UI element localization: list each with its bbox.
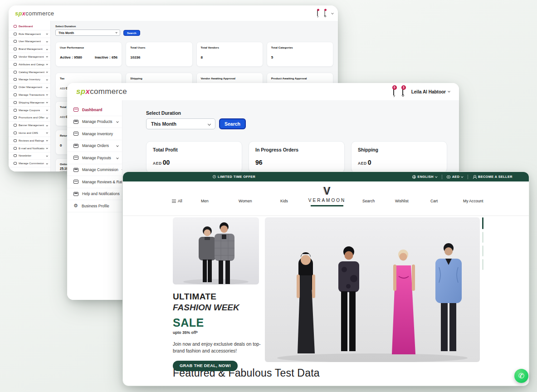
chevron-down-icon: [208, 122, 211, 125]
sidebar-item-business-profile[interactable]: ⚙Business Profile: [67, 200, 122, 212]
dashboard-icon: [14, 25, 17, 28]
chevron-down-icon: [46, 63, 48, 65]
grab-deal-button[interactable]: GRAB THE DEAL, NOW!: [173, 361, 238, 371]
notifications-bell-icon[interactable]: 3: [402, 88, 403, 96]
sidebar-item-manage-coupons[interactable]: Manage Coupons: [9, 107, 50, 114]
users-icon: [14, 40, 17, 43]
user-menu[interactable]: Leila Al Habtoor: [411, 89, 450, 94]
admin-sidebar: Dashboard Role Management User Managemen…: [9, 21, 51, 172]
banner-icon: [14, 124, 17, 127]
hero-carousel-indicators[interactable]: [482, 217, 483, 270]
chevron-down-icon: [46, 40, 48, 43]
inventory-icon: [14, 78, 17, 81]
notifications-badge: [324, 9, 327, 11]
sidebar-item-shipping-management[interactable]: Shipping Management: [9, 99, 50, 107]
messages-icon[interactable]: [317, 10, 318, 16]
sidebar-item-brand-management[interactable]: Brand Management: [9, 45, 50, 53]
brand-icon: [14, 48, 17, 50]
sidebar-item-user-management[interactable]: User Management: [9, 38, 50, 46]
sidebar-item-order-management[interactable]: Order Management: [9, 83, 50, 91]
catalog-icon: [14, 71, 17, 74]
hero-section: ULTIMATE FASHION WEEK SALE upto 35% off*…: [123, 216, 529, 363]
whatsapp-button[interactable]: ✆: [514, 369, 528, 383]
spx-commerce-logo[interactable]: spxcommerce: [76, 87, 127, 96]
whatsapp-phone-icon: ✆: [518, 372, 524, 380]
chevron-down-icon: [46, 117, 48, 119]
chevron-down-icon: [46, 162, 48, 165]
carousel-dash[interactable]: [482, 232, 483, 243]
veramoon-logo[interactable]: V VERAMOON: [308, 186, 346, 206]
cms-icon: [14, 132, 17, 134]
inactive-users-value: Inactive : 656: [95, 55, 117, 59]
sidebar-item-attributes-categories[interactable]: Attributes and Categories: [9, 61, 50, 69]
become-a-seller-link[interactable]: BECOME A SELLER: [468, 175, 517, 179]
chevron-down-icon[interactable]: [331, 12, 334, 15]
sidebar-item-catalog-management[interactable]: Catalog Management: [9, 69, 50, 76]
sidebar-item-help-notifications[interactable]: Help and Notifications: [67, 188, 122, 201]
sidebar-item-dashboard[interactable]: Dashboard: [9, 23, 50, 30]
chevron-down-icon: [46, 71, 48, 73]
nav-all-menu[interactable]: All: [172, 199, 182, 203]
payouts-icon: [73, 156, 78, 160]
sidebar-item-manage-transactions[interactable]: Manage Transactions: [9, 91, 50, 99]
commission-icon: [73, 168, 78, 172]
messages-badge: [317, 9, 319, 11]
messages-icon[interactable]: 0: [393, 88, 394, 96]
search-button[interactable]: Search: [219, 118, 246, 129]
sidebar-item-email-notifications[interactable]: E-mail and Notifications: [9, 145, 50, 152]
carousel-dash-active[interactable]: [482, 217, 483, 229]
select-duration-label: Select Duration: [146, 110, 459, 116]
nav-my-account[interactable]: My Account: [463, 199, 483, 203]
search-button[interactable]: Search: [123, 30, 140, 36]
admin-header: spxcommerce: [9, 5, 338, 21]
chevron-down-icon: [46, 86, 48, 88]
nav-kids[interactable]: Kids: [280, 199, 288, 203]
sidebar-item-manage-commission[interactable]: Manage Commission: [9, 160, 50, 167]
sidebar-item-vendor-management[interactable]: Vendor Management: [9, 53, 50, 61]
chevron-down-icon: [435, 175, 437, 177]
sidebar-item-manage-inventory[interactable]: Manage Inventory: [9, 76, 50, 84]
card-in-progress-orders: In Progress Orders 96: [249, 141, 345, 173]
store-nav: All Men Women Kids V VERAMOON Search Wis…: [123, 181, 529, 216]
language-selector[interactable]: ENGLISH: [408, 175, 442, 179]
sidebar-item-manage-payouts[interactable]: Manage Payouts: [67, 152, 122, 164]
hero-description: Join now and enjoy exclusive deals on to…: [173, 341, 264, 355]
sidebar-item-reviews-ratings[interactable]: Reviews and Ratings: [9, 137, 50, 145]
duration-select[interactable]: This Month: [146, 118, 215, 129]
spx-commerce-logo[interactable]: spxcommerce: [15, 10, 54, 17]
transactions-icon: [14, 93, 17, 96]
sidebar-item-promotions-offers[interactable]: Promotions and Offers: [9, 114, 50, 122]
sidebar-item-newsletter[interactable]: Newsletter: [9, 152, 50, 160]
logo-underline: [311, 205, 343, 206]
currency-icon: [447, 176, 450, 178]
duration-select[interactable]: This Month: [55, 29, 120, 36]
sidebar-item-home-cms[interactable]: Home and CMS: [9, 129, 50, 137]
orders-icon: [14, 86, 17, 88]
chevron-down-icon: [46, 132, 48, 134]
nav-men[interactable]: Men: [201, 199, 209, 203]
sidebar-item-manage-products[interactable]: Manage Products: [67, 116, 122, 128]
chevron-down-icon: [46, 94, 48, 96]
newsletter-icon: [14, 154, 17, 157]
coupons-icon: [14, 109, 17, 112]
shipping-icon: [14, 101, 17, 104]
sidebar-item-dashboard[interactable]: Dashboard: [67, 104, 122, 116]
nav-cart[interactable]: Cart: [430, 199, 438, 203]
chevron-down-icon: [116, 157, 119, 159]
nav-wishlist[interactable]: Wishlist: [395, 199, 409, 203]
sidebar-item-banner-management[interactable]: Banner Management: [9, 122, 50, 129]
sidebar-item-manage-orders[interactable]: Manage Orders: [67, 140, 122, 152]
carousel-dash[interactable]: [482, 245, 483, 256]
products-icon: [73, 120, 78, 124]
sidebar-item-manage-commission[interactable]: Manage Commission: [67, 164, 122, 176]
nav-search[interactable]: Search: [362, 199, 375, 203]
chevron-down-icon: [46, 56, 48, 58]
nav-women[interactable]: Women: [239, 199, 252, 203]
sidebar-item-role-management[interactable]: Role Management: [9, 30, 50, 38]
sidebar-item-manage-reviews-ratings[interactable]: Manage Reviews & Ratings: [67, 176, 122, 188]
carousel-dash[interactable]: [482, 259, 483, 270]
currency-selector[interactable]: AED: [442, 175, 468, 179]
notifications-bell-icon[interactable]: [324, 10, 325, 16]
chevron-down-icon: [461, 175, 464, 177]
sidebar-item-manage-inventory[interactable]: Manage Inventory: [67, 128, 122, 140]
